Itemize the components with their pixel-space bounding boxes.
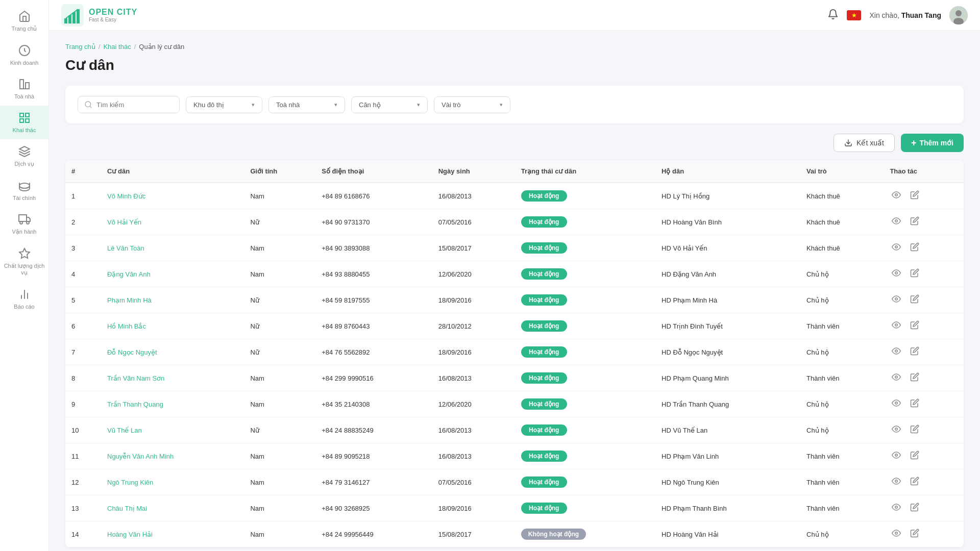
view-icon[interactable] [890,241,903,255]
sidebar-item-bao-cao[interactable]: Báo cáo [0,282,48,316]
user-avatar[interactable] [949,6,968,24]
toa-nha-dropdown[interactable]: Toà nhà ▾ [268,96,345,113]
table-row: 6 Hồ Minh Bắc Nữ +84 89 8760443 28/10/20… [65,313,964,339]
vai-tro-dropdown[interactable]: Vài trò ▾ [434,96,510,113]
view-icon[interactable] [890,397,903,411]
row-actions [884,417,964,443]
language-flag[interactable] [847,10,861,20]
notification-icon[interactable] [827,9,839,21]
export-button[interactable]: Kết xuất [834,134,895,152]
edit-icon[interactable] [908,241,921,255]
view-icon[interactable] [890,449,903,463]
sidebar-item-kinh-doanh[interactable]: Kinh doanh [0,38,48,72]
filter-bar: Khu đô thị ▾ Toà nhà ▾ Căn hộ ▾ Vài trò … [65,86,964,123]
view-icon[interactable] [890,319,903,333]
edit-icon[interactable] [908,528,921,541]
khu-do-thi-dropdown[interactable]: Khu đô thị ▾ [186,96,262,113]
edit-icon[interactable] [908,449,921,463]
edit-icon[interactable] [908,293,921,307]
row-name[interactable]: Ngô Trung Kiên [101,469,244,495]
status-badge: Không hoạt động [521,529,586,540]
edit-icon[interactable] [908,371,921,385]
view-icon[interactable] [890,345,903,359]
row-actions [884,209,964,235]
row-name[interactable]: Phạm Minh Hà [101,287,244,313]
edit-icon[interactable] [908,475,921,489]
view-icon[interactable] [890,189,903,203]
edit-icon[interactable] [908,502,921,515]
edit-icon[interactable] [908,215,921,229]
edit-icon[interactable] [908,345,921,359]
row-gender: Nam [244,443,315,469]
row-num: 13 [65,495,101,521]
edit-icon[interactable] [908,319,921,333]
status-badge: Hoạt động [521,503,567,514]
row-actions [884,365,964,391]
sidebar-item-khai-thac[interactable]: Khai thác [0,106,48,139]
sidebar-item-tai-chinh[interactable]: Tài chính [0,173,48,207]
row-name[interactable]: Hoàng Văn Hải [101,521,244,547]
row-hodan: HD Trần Thanh Quang [655,391,800,417]
row-hodan: HD Lý Thị Hồng [655,183,800,209]
sidebar-item-toa-nha[interactable]: Toà nhà [0,72,48,106]
svg-marker-13 [19,248,30,258]
row-hodan: HD Hoàng Văn Hải [655,521,800,547]
add-button[interactable]: + Thêm mới [901,134,964,152]
status-badge: Hoạt động [521,190,567,202]
row-name[interactable]: Võ Hải Yến [101,209,244,235]
table-row: 9 Trần Thanh Quang Nam +84 35 2140308 12… [65,391,964,417]
view-icon[interactable] [890,371,903,385]
row-name[interactable]: Lê Văn Toàn [101,235,244,261]
row-phone: +84 89 9095218 [315,443,432,469]
svg-point-28 [895,194,898,196]
row-vaitro: Thành viên [800,443,884,469]
sidebar-item-trang-chu[interactable]: Trang chủ [0,4,48,38]
breadcrumb-section[interactable]: Khai thác [103,43,131,51]
row-name[interactable]: Châu Thị Mai [101,495,244,521]
row-name[interactable]: Đỗ Ngọc Nguyệt [101,339,244,365]
row-name[interactable]: Trần Thanh Quang [101,391,244,417]
table-col-header: Thao tác [884,160,964,183]
chevron-down-icon: ▾ [500,102,503,108]
view-icon[interactable] [890,215,903,229]
row-name[interactable]: Đặng Văn Anh [101,261,244,287]
edit-icon[interactable] [908,423,921,437]
edit-icon[interactable] [908,189,921,203]
table-row: 10 Vũ Thế Lan Nữ +84 24 88835249 16/08/2… [65,417,964,443]
svg-rect-6 [20,119,23,122]
sidebar-item-dich-vu[interactable]: Dịch vụ [0,139,48,173]
svg-point-11 [20,221,22,224]
sidebar-label: Báo cáo [14,304,34,310]
can-ho-dropdown[interactable]: Căn hộ ▾ [351,96,428,113]
view-icon[interactable] [890,267,903,281]
row-gender: Nam [244,391,315,417]
row-name[interactable]: Nguyễn Văn Anh Minh [101,443,244,469]
edit-icon[interactable] [908,267,921,281]
row-name[interactable]: Trần Văn Nam Sơn [101,365,244,391]
svg-point-39 [895,480,898,483]
table-body: 1 Võ Minh Đức Nam +84 89 6168676 16/08/2… [65,183,964,547]
svg-point-35 [895,376,898,379]
view-icon[interactable] [890,502,903,515]
view-icon[interactable] [890,475,903,489]
table-col-header: Cư dân [101,160,244,183]
edit-icon[interactable] [908,397,921,411]
status-badge: Hoạt động [521,320,567,332]
sidebar-item-van-hanh[interactable]: Vận hành [0,207,48,241]
row-name[interactable]: Hồ Minh Bắc [101,313,244,339]
view-icon[interactable] [890,423,903,437]
search-input[interactable] [96,101,168,109]
row-name[interactable]: Võ Minh Đức [101,183,244,209]
sidebar-label: Toà nhà [14,93,34,99]
chevron-down-icon: ▾ [334,102,337,108]
row-gender: Nam [244,495,315,521]
sidebar-item-chat-luong-dich-vu[interactable]: Chất lượng dịch vụ [0,241,48,282]
svg-point-33 [895,324,898,327]
view-icon[interactable] [890,528,903,541]
view-icon[interactable] [890,293,903,307]
row-name[interactable]: Vũ Thế Lan [101,417,244,443]
search-box[interactable] [78,96,180,113]
breadcrumb-home[interactable]: Trang chủ [65,43,95,51]
row-status: Hoạt động [515,391,655,417]
row-vaitro: Chủ hộ [800,339,884,365]
